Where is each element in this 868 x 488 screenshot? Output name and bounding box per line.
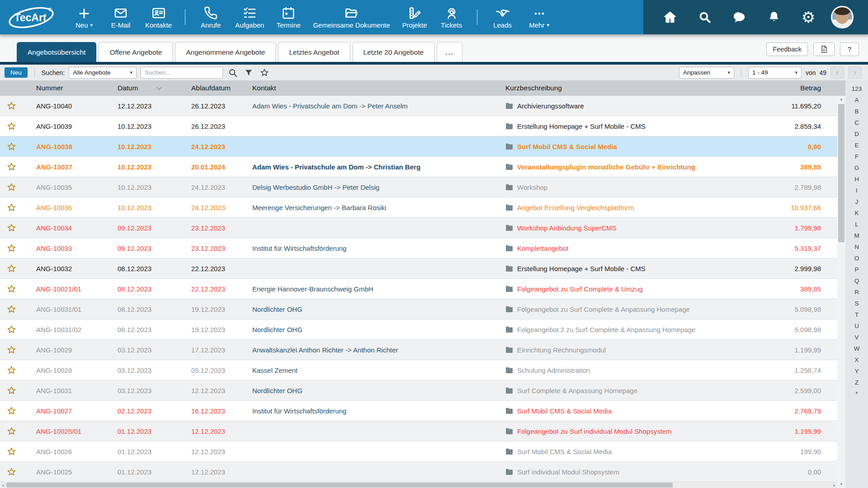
- home-icon[interactable]: [658, 5, 682, 29]
- table-row[interactable]: ANG-10021/0108.12.202322.12.2023Energie …: [0, 279, 837, 299]
- alphabet-index-W[interactable]: W: [845, 343, 868, 354]
- scroll-up-icon[interactable]: ▴: [837, 96, 845, 102]
- favorite-star-icon[interactable]: [0, 304, 23, 314]
- tab-angenommene-angebote[interactable]: Angenommene Angebote: [175, 42, 276, 62]
- tab-letzte-20-angebote[interactable]: Letzte 20 Angebote: [353, 42, 435, 62]
- favorite-star-icon[interactable]: [0, 345, 23, 355]
- help-button[interactable]: ?: [840, 42, 859, 56]
- alphabet-index-I[interactable]: I: [845, 185, 868, 196]
- bell-icon[interactable]: [762, 5, 786, 29]
- favorite-star-icon[interactable]: [0, 223, 23, 233]
- alphabet-index-B[interactable]: B: [845, 106, 868, 117]
- column-header-datum[interactable]: Datum: [108, 84, 188, 92]
- column-header-nummer[interactable]: Nummer: [23, 84, 108, 92]
- alphabet-index-C[interactable]: C: [845, 117, 868, 128]
- table-row[interactable]: ANG-10025/0101.12.202312.12.2023Folgeang…: [0, 421, 837, 441]
- prev-page-button[interactable]: ‹: [830, 66, 844, 79]
- tab-angebotsübersicht[interactable]: Angebotsübersicht: [17, 42, 96, 62]
- nav-item-kontakte[interactable]: Kontakte: [145, 6, 172, 29]
- favorite-star-icon[interactable]: [0, 426, 23, 436]
- document-icon-button[interactable]: [813, 42, 835, 56]
- table-row[interactable]: ANG-10031/0208.12.202319.12.2023Nordlich…: [0, 319, 837, 340]
- table-row[interactable]: ANG-1003309.12.202323.12.2023Institut fü…: [0, 238, 837, 258]
- alphabet-index-K[interactable]: K: [845, 207, 868, 219]
- favorite-star-icon[interactable]: [0, 162, 23, 172]
- horizontal-scroll-thumb[interactable]: [6, 483, 673, 488]
- table-row[interactable]: ANG-1003103.12.202312.12.2023Nordlichter…: [0, 380, 837, 401]
- search-icon[interactable]: [227, 67, 239, 79]
- alphabet-index-Z[interactable]: Z: [845, 377, 868, 388]
- table-row[interactable]: ANG-1003710.12.202320.01.2024Adam Wies -…: [0, 157, 837, 177]
- vertical-scroll-thumb[interactable]: [838, 104, 844, 242]
- nav-item-e-mail[interactable]: E-Mail: [108, 6, 133, 29]
- table-row[interactable]: ANG-1003510.12.202324.12.2023Delsig Werb…: [0, 177, 837, 197]
- new-offer-button[interactable]: Neu: [5, 67, 28, 78]
- scroll-down-icon[interactable]: ▾: [837, 481, 845, 487]
- table-row[interactable]: ANG-1003409.12.202323.12.2023Workshop An…: [0, 218, 837, 238]
- alphabet-index-Q[interactable]: Q: [845, 275, 868, 286]
- page-range-select[interactable]: 1 - 49▾: [748, 67, 802, 79]
- column-header-betrag[interactable]: Betrag: [760, 84, 837, 92]
- favorite-star-icon[interactable]: [0, 121, 23, 131]
- table-row[interactable]: ANG-1003610.12.202324.12.2023Meerenge Ve…: [0, 197, 837, 218]
- tecart-logo[interactable]: TecArt ®: [6, 4, 57, 31]
- customize-button[interactable]: Anpassen▾: [679, 67, 734, 79]
- vertical-scrollbar[interactable]: ▴ ▾: [837, 80, 845, 488]
- offer-filter-select[interactable]: Alle Angebote▾: [69, 67, 137, 79]
- user-avatar[interactable]: [831, 6, 854, 28]
- table-row[interactable]: ANG-10031/0108.12.202319.12.2023Nordlich…: [0, 299, 837, 319]
- favorite-star-icon[interactable]: [0, 284, 23, 294]
- alphabet-index-T[interactable]: T: [845, 309, 868, 320]
- filter-icon[interactable]: [243, 67, 255, 79]
- favorite-star-icon[interactable]: [0, 141, 23, 152]
- favorite-star-icon[interactable]: [0, 467, 23, 477]
- table-row[interactable]: ANG-1002601.12.202312.12.2023Surf Mobil …: [0, 441, 837, 462]
- table-row[interactable]: ANG-1004012.12.202326.12.2023Adam Wies -…: [0, 96, 837, 116]
- gear-icon[interactable]: ⚙: [796, 5, 821, 29]
- table-row[interactable]: ANG-1003810.12.202324.12.2023Surf Mobil …: [0, 136, 837, 157]
- nav-item-anrufe[interactable]: Anrufe: [198, 6, 223, 29]
- scroll-right-icon[interactable]: ▸: [831, 482, 837, 488]
- favorite-star-icon[interactable]: [0, 202, 23, 213]
- chat-icon[interactable]: [727, 5, 751, 29]
- alphabet-index-123[interactable]: 123: [845, 83, 868, 94]
- alphabet-index-S[interactable]: S: [845, 298, 868, 309]
- nav-item-aufgaben[interactable]: Aufgaben: [235, 6, 264, 29]
- nav-item-projekte[interactable]: Projekte: [402, 6, 427, 29]
- feedback-button[interactable]: Feedback: [766, 42, 808, 56]
- alphabet-index-E[interactable]: E: [845, 140, 868, 151]
- alphabet-index-X[interactable]: X: [845, 354, 868, 366]
- table-row[interactable]: ANG-1002803.12.202305.12.2023Kassel Zeme…: [0, 360, 837, 380]
- tab-letztes-angebot[interactable]: Letztes Angebot: [278, 42, 350, 62]
- table-row[interactable]: ANG-1002702.12.202316.12.2023Institut fü…: [0, 401, 837, 421]
- favorite-star-icon[interactable]: [0, 324, 23, 335]
- column-header-ablaufdatum[interactable]: Ablaufdatum: [188, 84, 252, 92]
- alphabet-index-D[interactable]: D: [845, 128, 868, 140]
- nav-item-tickets[interactable]: Tickets: [439, 6, 464, 29]
- favorite-star-icon[interactable]: [0, 263, 23, 274]
- table-row[interactable]: ANG-1002903.12.202317.12.2023Anwaltskanz…: [0, 340, 837, 360]
- favorite-star-icon[interactable]: [0, 182, 23, 192]
- alphabet-index-Y[interactable]: Y: [845, 366, 868, 377]
- alphabet-index-L[interactable]: L: [845, 219, 868, 230]
- favorite-star-icon[interactable]: [0, 406, 23, 416]
- alphabet-index-V[interactable]: V: [845, 332, 868, 343]
- search-input[interactable]: [141, 67, 223, 79]
- search-icon[interactable]: [693, 5, 717, 29]
- alphabet-index-H[interactable]: H: [845, 174, 868, 185]
- alphabet-index-R[interactable]: R: [845, 286, 868, 298]
- alphabet-index-*[interactable]: *: [845, 388, 868, 399]
- nav-item-neu[interactable]: Neu▾: [72, 6, 96, 29]
- nav-item-termine[interactable]: Termine: [276, 6, 301, 29]
- alphabet-index-U[interactable]: U: [845, 320, 868, 332]
- favorites-filter-icon[interactable]: [259, 67, 270, 79]
- favorite-star-icon[interactable]: [0, 446, 23, 457]
- favorite-star-icon[interactable]: [0, 365, 23, 375]
- table-row[interactable]: ANG-1003208.12.202322.12.2023Erstellung …: [0, 258, 837, 279]
- alphabet-index-F[interactable]: F: [845, 151, 868, 162]
- next-page-button[interactable]: ›: [848, 66, 862, 79]
- tab-more[interactable]: ...: [437, 42, 462, 62]
- column-header-kurzbeschreibung[interactable]: Kurzbeschreibung: [499, 84, 760, 92]
- alphabet-index-N[interactable]: N: [845, 241, 868, 253]
- scroll-left-icon[interactable]: ◂: [0, 482, 6, 488]
